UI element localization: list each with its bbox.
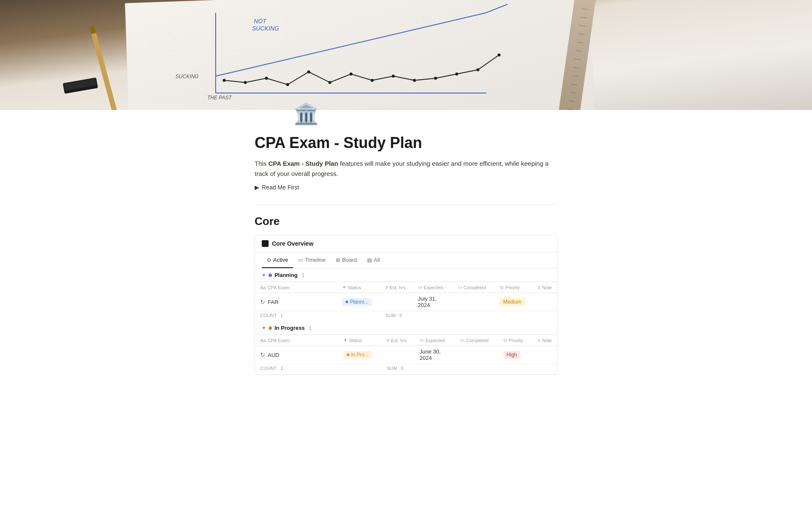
tab-timeline[interactable]: ▭ Timeline — [293, 252, 331, 268]
far-expected-value: July 31, 2024 — [418, 296, 437, 308]
svg-point-62 — [203, 67, 203, 68]
svg-point-45 — [253, 50, 254, 51]
svg-point-43 — [219, 50, 220, 51]
read-me-first-toggle[interactable]: ▶ Read Me First — [255, 184, 557, 191]
tab-active[interactable]: ⊙ Active — [262, 252, 293, 268]
svg-point-54 — [406, 50, 406, 51]
svg-point-80 — [186, 84, 187, 85]
col-header-completed: ▭ Completed — [453, 282, 495, 293]
svg-point-102 — [265, 77, 268, 80]
aud-status-badge: In Pro... — [343, 351, 372, 359]
aud-name-cell: ↻ AUD — [255, 346, 338, 364]
ip-col-header-status: ✦ Status — [338, 335, 381, 346]
col-header-esthrs: # Est. hrs — [380, 282, 413, 293]
svg-point-17 — [422, 16, 423, 17]
ip-col-note-icon: ≡ — [538, 338, 540, 343]
far-completed-cell — [453, 293, 495, 311]
aud-priority-label: High — [507, 352, 517, 358]
aud-esthrs-cell — [381, 346, 414, 364]
planning-summary-empty — [453, 311, 557, 322]
svg-point-71 — [355, 67, 356, 68]
svg-point-76 — [439, 67, 440, 68]
svg-point-93 — [219, 101, 220, 102]
svg-point-110 — [434, 77, 437, 80]
group-inprogress-header[interactable]: ▼ In Progress 1 — [255, 321, 557, 334]
aud-note-cell — [532, 346, 557, 364]
database-header: Core Overview — [255, 235, 557, 252]
group-planning: ▼ Planning 1 Aa CPA Exam — [255, 269, 557, 321]
svg-point-58 — [473, 50, 474, 51]
svg-point-59 — [490, 50, 491, 51]
tab-all[interactable]: ▤ All — [362, 252, 385, 268]
ip-col-completed-icon: ▭ — [460, 337, 464, 343]
col-name-label: CPA Exam — [267, 285, 289, 290]
description-prefix: This — [255, 160, 269, 167]
far-status-dot — [346, 301, 348, 303]
svg-point-31 — [321, 33, 322, 34]
table-row[interactable]: ↻ AUD In Pro... — [255, 346, 557, 364]
svg-point-48 — [304, 50, 305, 51]
svg-point-85 — [270, 84, 271, 85]
planning-group-count: 1 — [302, 272, 305, 278]
svg-point-96 — [270, 101, 271, 102]
aud-status-label: In Pro... — [351, 352, 369, 358]
table-row[interactable]: ↻ FAR Planni... — [255, 293, 557, 311]
svg-point-90 — [169, 101, 170, 102]
svg-point-109 — [413, 79, 416, 82]
hero-canvas: NOT SUCKING SUCKING THE PAST — [0, 0, 812, 110]
ip-col-expected-icon: ▭ — [420, 337, 424, 343]
far-esthrs-cell — [380, 293, 413, 311]
toggle-arrow-icon: ▶ — [255, 184, 259, 191]
inprogress-summary-row: COUNT 1 SUM 0 — [255, 364, 557, 375]
planning-count-value: 1 — [280, 313, 283, 318]
ip-col-completed-label: Completed — [466, 338, 488, 343]
planning-count-label: COUNT — [260, 313, 277, 318]
ip-col-header-completed: ▭ Completed — [455, 335, 498, 346]
inprogress-table-header-row: Aa CPA Exam ✦ Status — [255, 335, 557, 346]
aud-completed-cell — [455, 346, 498, 364]
col-expected-label: Expected — [424, 285, 443, 290]
svg-point-29 — [287, 33, 288, 34]
svg-point-28 — [270, 33, 271, 34]
svg-point-63 — [219, 67, 220, 68]
svg-point-47 — [287, 50, 288, 51]
svg-point-67 — [287, 67, 288, 68]
svg-point-21 — [490, 16, 491, 17]
svg-point-18 — [439, 16, 440, 17]
svg-point-33 — [355, 33, 356, 34]
ip-col-priority-icon: ⊙ — [503, 337, 507, 343]
svg-point-111 — [455, 73, 458, 76]
ip-col-expected-label: Expected — [425, 338, 445, 343]
svg-point-53 — [389, 50, 390, 51]
inprogress-sum-value: 0 — [401, 366, 403, 371]
svg-point-82 — [219, 84, 220, 85]
active-tab-icon: ⊙ — [267, 257, 271, 263]
col-note-label: Note — [542, 285, 552, 290]
col-name-icon: Aa — [260, 285, 266, 290]
svg-point-24 — [203, 33, 203, 34]
planning-count-summary: COUNT 1 — [255, 311, 380, 322]
board-tab-icon: ⊞ — [336, 257, 340, 263]
ip-col-esthrs-label: Est. hrs — [391, 338, 407, 343]
svg-point-41 — [186, 50, 187, 51]
svg-point-84 — [253, 84, 254, 85]
group-planning-header[interactable]: ▼ Planning 1 — [255, 269, 557, 282]
svg-point-55 — [422, 50, 423, 51]
far-note-cell — [532, 293, 557, 311]
svg-point-22 — [169, 33, 170, 34]
aud-expected-cell: June 30, 2024 — [414, 346, 455, 364]
tab-board[interactable]: ⊞ Board — [331, 252, 362, 268]
ip-col-status-icon: ✦ — [343, 337, 347, 343]
ip-col-esthrs-icon: # — [387, 338, 389, 343]
svg-point-72 — [372, 67, 373, 68]
svg-point-3 — [186, 16, 187, 17]
core-section: Core Core Overview ⊙ Active ▭ Timeli — [255, 215, 557, 375]
planning-sum-summary: SUM 0 — [380, 311, 453, 322]
timeline-tab-label: Timeline — [305, 257, 326, 263]
svg-point-23 — [186, 33, 187, 34]
svg-point-38 — [439, 33, 440, 34]
svg-point-30 — [304, 33, 305, 34]
col-completed-icon: ▭ — [458, 285, 462, 290]
svg-point-7 — [253, 16, 254, 17]
aud-expected-value: June 30, 2024 — [420, 348, 441, 361]
